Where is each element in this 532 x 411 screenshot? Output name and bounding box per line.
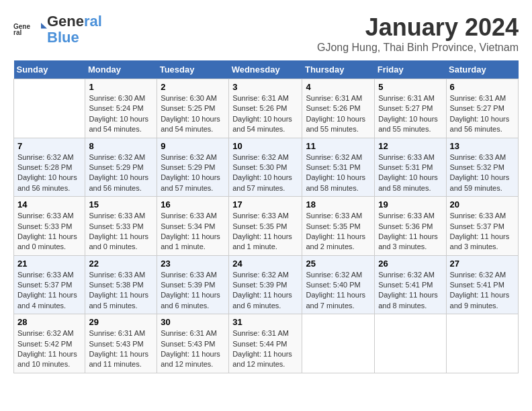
day-cell: 30Sunrise: 6:31 AM Sunset: 5:43 PM Dayli… xyxy=(157,314,229,373)
day-cell: 12Sunrise: 6:33 AM Sunset: 5:31 PM Dayli… xyxy=(375,138,446,197)
day-cell: 16Sunrise: 6:33 AM Sunset: 5:34 PM Dayli… xyxy=(157,197,229,256)
day-info: Sunrise: 6:33 AM Sunset: 5:32 PM Dayligh… xyxy=(450,152,515,194)
day-number: 16 xyxy=(161,199,225,210)
day-info: Sunrise: 6:33 AM Sunset: 5:34 PM Dayligh… xyxy=(161,211,225,253)
day-number: 17 xyxy=(232,199,298,210)
day-number: 20 xyxy=(450,199,515,210)
day-number: 19 xyxy=(378,199,442,210)
week-row-4: 28Sunrise: 6:32 AM Sunset: 5:42 PM Dayli… xyxy=(14,314,519,373)
day-cell: 19Sunrise: 6:33 AM Sunset: 5:36 PM Dayli… xyxy=(375,197,446,256)
day-number: 23 xyxy=(161,259,225,269)
day-cell: 24Sunrise: 6:32 AM Sunset: 5:39 PM Dayli… xyxy=(229,255,302,314)
logo: Gene ral Gene ral General Blue xyxy=(13,13,102,46)
day-info: Sunrise: 6:33 AM Sunset: 5:37 PM Dayligh… xyxy=(450,211,515,253)
day-cell: 23Sunrise: 6:33 AM Sunset: 5:39 PM Dayli… xyxy=(157,255,229,314)
day-cell: 8Sunrise: 6:32 AM Sunset: 5:29 PM Daylig… xyxy=(85,138,157,197)
header-friday: Friday xyxy=(375,60,446,79)
day-info: Sunrise: 6:33 AM Sunset: 5:33 PM Dayligh… xyxy=(17,211,81,253)
day-cell: 27Sunrise: 6:32 AM Sunset: 5:41 PM Dayli… xyxy=(446,255,518,314)
day-number: 15 xyxy=(89,199,153,210)
logo-text-block: General Blue xyxy=(47,13,102,46)
day-number: 11 xyxy=(306,141,371,151)
day-cell: 29Sunrise: 6:31 AM Sunset: 5:43 PM Dayli… xyxy=(85,314,157,373)
day-info: Sunrise: 6:32 AM Sunset: 5:28 PM Dayligh… xyxy=(17,152,81,194)
header-thursday: Thursday xyxy=(302,60,375,79)
day-number: 3 xyxy=(232,82,298,92)
day-info: Sunrise: 6:31 AM Sunset: 5:43 PM Dayligh… xyxy=(89,328,153,370)
day-cell xyxy=(14,79,85,138)
day-cell: 20Sunrise: 6:33 AM Sunset: 5:37 PM Dayli… xyxy=(446,197,518,256)
day-info: Sunrise: 6:31 AM Sunset: 5:27 PM Dayligh… xyxy=(378,93,442,135)
day-cell: 2Sunrise: 6:30 AM Sunset: 5:25 PM Daylig… xyxy=(157,79,229,138)
day-number: 8 xyxy=(89,141,153,151)
day-number: 22 xyxy=(89,259,153,269)
day-number: 30 xyxy=(161,317,225,327)
day-info: Sunrise: 6:32 AM Sunset: 5:29 PM Dayligh… xyxy=(89,152,153,194)
day-cell: 31Sunrise: 6:31 AM Sunset: 5:44 PM Dayli… xyxy=(229,314,302,373)
day-cell: 9Sunrise: 6:32 AM Sunset: 5:29 PM Daylig… xyxy=(157,138,229,197)
day-cell: 5Sunrise: 6:31 AM Sunset: 5:27 PM Daylig… xyxy=(375,79,446,138)
calendar-table: SundayMondayTuesdayWednesdayThursdayFrid… xyxy=(13,60,519,373)
day-number: 5 xyxy=(378,82,442,92)
day-cell: 13Sunrise: 6:33 AM Sunset: 5:32 PM Dayli… xyxy=(446,138,518,197)
day-info: Sunrise: 6:33 AM Sunset: 5:31 PM Dayligh… xyxy=(378,152,442,194)
day-cell xyxy=(302,314,375,373)
day-number: 13 xyxy=(450,141,515,151)
day-cell: 4Sunrise: 6:31 AM Sunset: 5:26 PM Daylig… xyxy=(302,79,375,138)
day-number: 9 xyxy=(161,141,225,151)
week-row-0: 1Sunrise: 6:30 AM Sunset: 5:24 PM Daylig… xyxy=(14,79,519,138)
day-number: 14 xyxy=(17,199,81,210)
day-info: Sunrise: 6:31 AM Sunset: 5:27 PM Dayligh… xyxy=(450,93,515,135)
page-header: Gene ral Gene ral General Blue January 2… xyxy=(13,13,519,54)
day-info: Sunrise: 6:33 AM Sunset: 5:38 PM Dayligh… xyxy=(89,270,153,312)
day-info: Sunrise: 6:32 AM Sunset: 5:40 PM Dayligh… xyxy=(306,270,371,312)
day-info: Sunrise: 6:31 AM Sunset: 5:43 PM Dayligh… xyxy=(161,328,225,370)
day-number: 10 xyxy=(232,141,298,151)
header-row: SundayMondayTuesdayWednesdayThursdayFrid… xyxy=(14,60,519,79)
day-info: Sunrise: 6:32 AM Sunset: 5:39 PM Dayligh… xyxy=(232,270,298,312)
day-number: 6 xyxy=(450,82,515,92)
day-cell: 3Sunrise: 6:31 AM Sunset: 5:26 PM Daylig… xyxy=(229,79,302,138)
day-number: 1 xyxy=(89,82,153,92)
header-sunday: Sunday xyxy=(14,60,85,79)
week-row-1: 7Sunrise: 6:32 AM Sunset: 5:28 PM Daylig… xyxy=(14,138,519,197)
header-monday: Monday xyxy=(85,60,157,79)
day-info: Sunrise: 6:32 AM Sunset: 5:41 PM Dayligh… xyxy=(450,270,515,312)
day-info: Sunrise: 6:33 AM Sunset: 5:35 PM Dayligh… xyxy=(232,211,298,253)
day-info: Sunrise: 6:33 AM Sunset: 5:33 PM Dayligh… xyxy=(89,211,153,253)
day-number: 25 xyxy=(306,259,371,269)
day-number: 18 xyxy=(306,199,371,210)
week-row-3: 21Sunrise: 6:33 AM Sunset: 5:37 PM Dayli… xyxy=(14,255,519,314)
day-info: Sunrise: 6:33 AM Sunset: 5:37 PM Dayligh… xyxy=(17,270,81,312)
header-saturday: Saturday xyxy=(446,60,518,79)
day-info: Sunrise: 6:30 AM Sunset: 5:24 PM Dayligh… xyxy=(89,93,153,135)
day-cell: 17Sunrise: 6:33 AM Sunset: 5:35 PM Dayli… xyxy=(229,197,302,256)
day-info: Sunrise: 6:32 AM Sunset: 5:41 PM Dayligh… xyxy=(378,270,442,312)
day-number: 12 xyxy=(378,141,442,151)
logo-graphic: Gene ral xyxy=(13,16,47,43)
week-row-2: 14Sunrise: 6:33 AM Sunset: 5:33 PM Dayli… xyxy=(14,197,519,256)
header-wednesday: Wednesday xyxy=(229,60,302,79)
day-number: 4 xyxy=(306,82,371,92)
day-cell: 26Sunrise: 6:32 AM Sunset: 5:41 PM Dayli… xyxy=(375,255,446,314)
day-cell: 6Sunrise: 6:31 AM Sunset: 5:27 PM Daylig… xyxy=(446,79,518,138)
svg-text:ral: ral xyxy=(13,29,21,36)
day-cell: 10Sunrise: 6:32 AM Sunset: 5:30 PM Dayli… xyxy=(229,138,302,197)
day-cell: 1Sunrise: 6:30 AM Sunset: 5:24 PM Daylig… xyxy=(85,79,157,138)
day-cell: 25Sunrise: 6:32 AM Sunset: 5:40 PM Dayli… xyxy=(302,255,375,314)
logo-line2: Blue xyxy=(47,30,102,46)
day-cell: 15Sunrise: 6:33 AM Sunset: 5:33 PM Dayli… xyxy=(85,197,157,256)
header-tuesday: Tuesday xyxy=(157,60,229,79)
day-cell: 22Sunrise: 6:33 AM Sunset: 5:38 PM Dayli… xyxy=(85,255,157,314)
day-info: Sunrise: 6:31 AM Sunset: 5:26 PM Dayligh… xyxy=(232,93,298,135)
day-info: Sunrise: 6:32 AM Sunset: 5:42 PM Dayligh… xyxy=(17,328,81,370)
day-cell xyxy=(446,314,518,373)
day-info: Sunrise: 6:31 AM Sunset: 5:44 PM Dayligh… xyxy=(232,328,298,370)
day-number: 21 xyxy=(17,259,81,269)
day-info: Sunrise: 6:31 AM Sunset: 5:26 PM Dayligh… xyxy=(306,93,371,135)
day-cell xyxy=(375,314,446,373)
day-cell: 21Sunrise: 6:33 AM Sunset: 5:37 PM Dayli… xyxy=(14,255,85,314)
svg-marker-6 xyxy=(41,23,47,29)
day-number: 27 xyxy=(450,259,515,269)
day-number: 7 xyxy=(17,141,81,151)
